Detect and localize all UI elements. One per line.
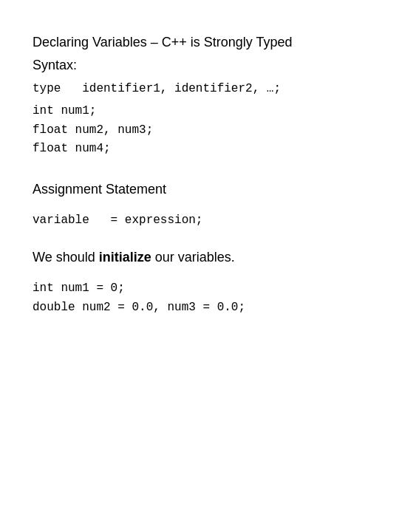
code-line-2: float num2, num3;	[33, 121, 366, 140]
code-block-2: int num1 = 0; double num2 = 0.0, num3 = …	[33, 279, 366, 317]
assignment-section: Assignment Statement variable = expressi…	[33, 180, 366, 231]
code-syntax-line: type identifier1, identifier2, …;	[33, 80, 366, 98]
code-block-1: int num1; float num2, num3; float num4;	[33, 102, 366, 159]
code-line-4: int num1 = 0;	[33, 279, 366, 299]
body-text-bold: initialize	[99, 250, 151, 265]
declaring-variables-section: Declaring Variables – C++ is Strongly Ty…	[33, 33, 366, 159]
body-text-prefix: We should	[33, 250, 99, 265]
page-content: Declaring Variables – C++ is Strongly Ty…	[0, 0, 399, 365]
assignment-code: variable = expression;	[33, 211, 366, 231]
syntax-label: Syntax:	[33, 55, 366, 75]
code-line-5: double num2 = 0.0, num3 = 0.0;	[33, 299, 366, 318]
initialize-body-text: We should initialize our variables.	[33, 248, 366, 267]
code-line-3: float num4;	[33, 140, 366, 159]
assignment-heading: Assignment Statement	[33, 180, 366, 200]
declaring-variables-heading: Declaring Variables – C++ is Strongly Ty…	[33, 33, 366, 52]
initialize-section: We should initialize our variables. int …	[33, 248, 366, 317]
body-text-suffix: our variables.	[151, 250, 235, 265]
code-line-1: int num1;	[33, 102, 366, 121]
